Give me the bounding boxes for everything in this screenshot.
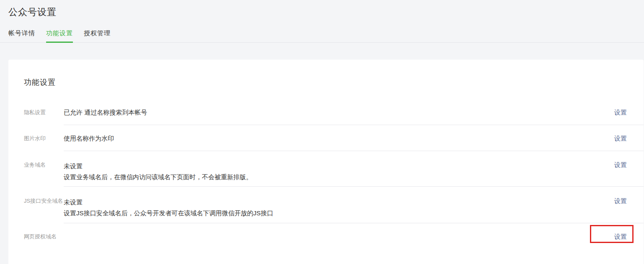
business-domain-set-link[interactable]: 设置 bbox=[614, 161, 627, 169]
tab-bar: 帐号详情 功能设置 授权管理 bbox=[0, 29, 644, 43]
row-value: 未设置 bbox=[64, 197, 614, 208]
tab-label: 帐号详情 bbox=[8, 29, 35, 37]
row-value: 未设置 bbox=[64, 161, 614, 172]
js-safe-domain-set-link[interactable]: 设置 bbox=[614, 197, 627, 205]
webpage-auth-domain-set-link[interactable]: 设置 bbox=[614, 233, 627, 241]
tab-label: 功能设置 bbox=[46, 29, 73, 37]
row-label: 网页授权域名 bbox=[24, 233, 64, 241]
tab-label: 授权管理 bbox=[84, 29, 111, 37]
page-title: 公众号设置 bbox=[8, 6, 644, 18]
tab-function-settings[interactable]: 功能设置 bbox=[46, 29, 73, 42]
row-label: 隐私设置 bbox=[24, 108, 64, 117]
row-webpage-authorization-domain: 网页授权域名 设置 bbox=[8, 223, 644, 254]
row-value: 已允许 通过名称搜索到本帐号 bbox=[64, 108, 614, 117]
row-privacy-settings: 隐私设置 已允许 通过名称搜索到本帐号 设置 bbox=[8, 100, 644, 125]
page-header: 公众号设置 帐号详情 功能设置 授权管理 bbox=[0, 0, 644, 43]
row-description: 设置JS接口安全域名后，公众号开发者可在该域名下调用微信开放的JS接口 bbox=[64, 208, 614, 219]
row-label: 业务域名 bbox=[24, 161, 64, 169]
row-js-interface-safe-domain: JS接口安全域名 未设置 设置JS接口安全域名后，公众号开发者可在该域名下调用微… bbox=[8, 187, 644, 223]
page-body: 功能设置 隐私设置 已允许 通过名称搜索到本帐号 设置 图片水印 使用名称作为水… bbox=[0, 60, 644, 264]
row-label: 图片水印 bbox=[24, 134, 64, 143]
panel-heading: 功能设置 bbox=[8, 60, 644, 87]
row-value: 使用名称作为水印 bbox=[64, 134, 614, 143]
privacy-settings-set-link[interactable]: 设置 bbox=[614, 108, 627, 117]
row-image-watermark: 图片水印 使用名称作为水印 设置 bbox=[8, 125, 644, 151]
row-description: 设置业务域名后，在微信内访问该域名下页面时，不会被重新排版。 bbox=[64, 172, 614, 183]
row-business-domain: 业务域名 未设置 设置业务域名后，在微信内访问该域名下页面时，不会被重新排版。 … bbox=[8, 151, 644, 187]
function-settings-panel: 功能设置 隐私设置 已允许 通过名称搜索到本帐号 设置 图片水印 使用名称作为水… bbox=[8, 60, 644, 264]
image-watermark-set-link[interactable]: 设置 bbox=[614, 134, 627, 143]
tab-account-details[interactable]: 帐号详情 bbox=[8, 29, 35, 42]
tab-authorization-management[interactable]: 授权管理 bbox=[84, 29, 111, 42]
row-label: JS接口安全域名 bbox=[24, 197, 64, 205]
settings-list: 隐私设置 已允许 通过名称搜索到本帐号 设置 图片水印 使用名称作为水印 设置 … bbox=[8, 100, 644, 254]
red-highlight-box bbox=[590, 225, 634, 243]
active-tab-indicator bbox=[46, 42, 73, 43]
